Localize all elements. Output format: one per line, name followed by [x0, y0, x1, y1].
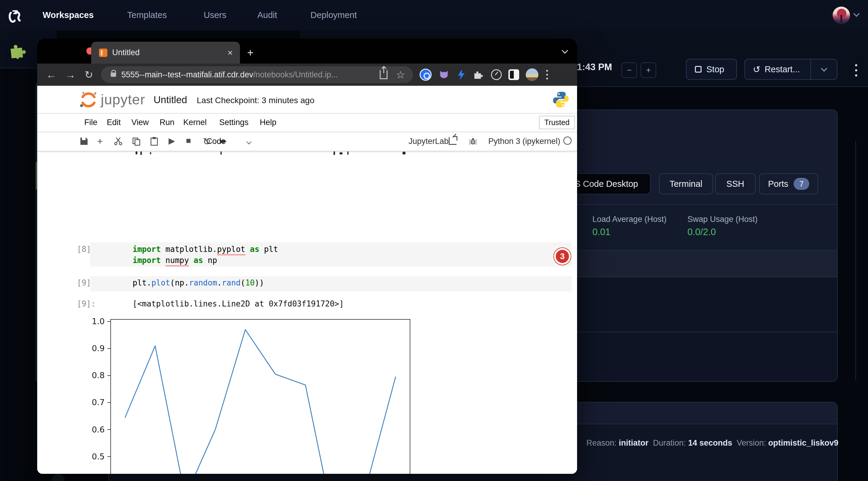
- add-cell-icon[interactable]: +: [97, 136, 103, 147]
- url-text[interactable]: 5555--main--test--matifali.atif.cdr.dev/…: [121, 70, 380, 79]
- save-icon[interactable]: [79, 136, 89, 146]
- notification-badge-count: 3: [556, 250, 569, 263]
- tab-search-chevron-icon[interactable]: [563, 48, 567, 54]
- restart-icon: ↺: [753, 64, 760, 75]
- build-duration-value: 14 seconds: [688, 439, 732, 447]
- kernel-status-icon: [563, 136, 572, 145]
- cell8-code-line2[interactable]: import numpy as np: [132, 256, 217, 265]
- restart-split-button[interactable]: ↺ Restart...: [744, 59, 837, 80]
- user-menu-chevron-icon[interactable]: [854, 11, 859, 17]
- jupyter-menubar: File Edit View Run Kernel Settings Help …: [37, 114, 577, 132]
- copy-icon[interactable]: [131, 136, 141, 146]
- svg-text:0.6: 0.6: [92, 425, 105, 434]
- jupyter-logo-icon: [79, 91, 98, 109]
- svg-text:0.9: 0.9: [92, 344, 105, 353]
- speedometer-extension-icon[interactable]: [491, 69, 502, 80]
- terminal-button[interactable]: Terminal: [659, 173, 713, 194]
- svg-text:0.8: 0.8: [92, 371, 105, 380]
- top-navigation-bar: Workspaces Templates Users Audit Deploym…: [0, 0, 868, 31]
- contrast-extension-icon[interactable]: [508, 69, 519, 80]
- jupyter-favicon: [99, 49, 107, 57]
- jupyterlab-link[interactable]: JupyterLab: [408, 137, 449, 146]
- load-average-value: 0.01: [592, 227, 610, 237]
- onepassword-extension-icon[interactable]: [420, 69, 432, 81]
- stop-button[interactable]: Stop: [686, 59, 737, 80]
- matplotlib-line-chart: 0.20.30.40.50.60.70.80.91.002468: [84, 317, 420, 474]
- cell8-code-line1[interactable]: import matplotlib.pyplot as plt: [132, 245, 278, 254]
- build-status-green-bar: [36, 162, 37, 190]
- jupyter-wordmark: jupyter: [101, 91, 145, 108]
- workspace-clock: 11:43 PM: [572, 62, 612, 72]
- nav-item-workspaces[interactable]: Workspaces: [42, 10, 94, 20]
- external-link-icon[interactable]: [449, 137, 457, 145]
- tab-close-icon[interactable]: ×: [227, 48, 233, 58]
- stop-square-icon: [695, 66, 702, 72]
- python-logo-icon: [551, 90, 570, 109]
- forward-button[interactable]: →: [65, 69, 75, 81]
- reload-button[interactable]: ↻: [85, 69, 93, 81]
- background-dock-bump: [52, 474, 65, 481]
- browser-profile-avatar[interactable]: [526, 68, 538, 81]
- extensions-puzzle-icon[interactable]: [473, 69, 485, 81]
- menu-edit[interactable]: Edit: [107, 118, 121, 127]
- notebook-title[interactable]: Untitled: [154, 94, 187, 105]
- nav-item-users[interactable]: Users: [204, 10, 226, 20]
- cut-icon[interactable]: [113, 136, 123, 146]
- swap-usage-value: 0.0/2.0: [687, 227, 716, 237]
- scrollbar-track[interactable]: [856, 141, 856, 381]
- cell-type-chevron-icon[interactable]: [247, 139, 251, 145]
- zoom-in-button[interactable]: +: [641, 62, 656, 78]
- ssh-button[interactable]: SSH: [715, 173, 755, 194]
- ports-button[interactable]: Ports 7: [759, 173, 818, 194]
- output9-text: [<matplotlib.lines.Line2D at 0x7fd03f191…: [132, 299, 344, 308]
- address-bar[interactable]: 5555--main--test--matifali.atif.cdr.dev/…: [101, 66, 413, 83]
- jupyter-notebook-page: jupyter Untitled Last Checkpoint: 3 minu…: [37, 86, 577, 474]
- run-cell-icon[interactable]: ▶: [168, 136, 175, 146]
- build-info-line: Reason: initiator Duration: 14 seconds V…: [586, 439, 838, 448]
- zoom-out-button[interactable]: −: [621, 62, 637, 78]
- debugger-bug-icon[interactable]: [468, 137, 477, 146]
- workspace-puzzle-icon: [7, 41, 29, 60]
- checkpoint-status: Last Checkpoint: 3 minutes ago: [197, 96, 314, 105]
- lock-icon[interactable]: [111, 72, 116, 77]
- jupyter-toolbar: + ▶ ■ ↻ ▸▸ Code: [37, 132, 577, 152]
- jupyter-header: jupyter Untitled Last Checkpoint: 3 minu…: [37, 86, 577, 114]
- kernel-name[interactable]: Python 3 (ipykernel): [488, 137, 560, 146]
- swap-usage-label: Swap Usage (Host): [687, 215, 757, 224]
- menu-settings[interactable]: Settings: [219, 118, 249, 127]
- trusted-button[interactable]: Trusted: [539, 116, 575, 129]
- menu-view[interactable]: View: [131, 118, 149, 127]
- build-version-value: optimistic_liskov9: [768, 439, 838, 447]
- cell9-code-line[interactable]: plt.plot(np.random.rand(10)): [132, 278, 264, 287]
- new-tab-button[interactable]: +: [247, 46, 253, 59]
- build-reason-value: initiator: [619, 439, 648, 447]
- output9-prompt: [9]:: [63, 299, 96, 308]
- menu-file[interactable]: File: [84, 118, 97, 127]
- interrupt-kernel-icon[interactable]: ■: [186, 136, 191, 146]
- menu-run[interactable]: Run: [160, 118, 175, 127]
- cell-type-select[interactable]: Code: [206, 137, 226, 146]
- bookmark-star-icon[interactable]: ☆: [396, 69, 405, 81]
- workspace-kebab-menu[interactable]: [850, 62, 862, 78]
- lightning-extension-icon[interactable]: [456, 69, 466, 81]
- browser-toolbar: ← → ↻ 5555--main--test--matifali.atif.cd…: [37, 64, 577, 86]
- browser-menu-kebab-icon[interactable]: [546, 70, 548, 79]
- menu-kernel[interactable]: Kernel: [183, 118, 207, 127]
- paste-icon[interactable]: [149, 136, 159, 146]
- cat-extension-icon[interactable]: [438, 69, 450, 81]
- browser-tab[interactable]: Untitled ×: [91, 42, 240, 64]
- nav-item-templates[interactable]: Templates: [127, 10, 167, 20]
- user-avatar[interactable]: [833, 7, 850, 24]
- svg-text:0.7: 0.7: [92, 398, 105, 407]
- coder-logo-icon[interactable]: [5, 7, 24, 25]
- notebook-content: [8]: import matplotlib.pyplot as plt imp…: [37, 152, 577, 474]
- nav-item-deployment[interactable]: Deployment: [310, 10, 357, 20]
- nav-item-audit[interactable]: Audit: [257, 10, 277, 20]
- restart-options-chevron[interactable]: [811, 59, 837, 79]
- menu-help[interactable]: Help: [260, 118, 277, 127]
- browser-tab-strip: Untitled × +: [37, 39, 577, 64]
- share-icon[interactable]: [380, 70, 388, 79]
- back-button[interactable]: ←: [46, 69, 56, 81]
- notification-badge: 3: [554, 248, 571, 265]
- browser-window: Untitled × + ← → ↻ 5555--main--test--mat…: [37, 39, 577, 474]
